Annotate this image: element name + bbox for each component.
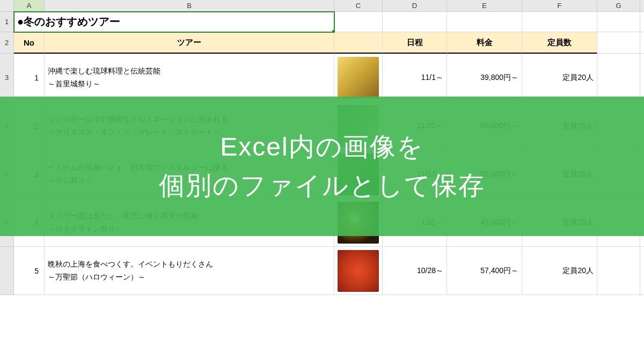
header-capacity[interactable]: 定員数 xyxy=(522,32,597,54)
title-overlay: Excel内の画像を 個別のファイルとして保存 xyxy=(0,97,644,236)
col-header-a[interactable]: A xyxy=(14,0,45,12)
page-title: ●冬のおすすめツアー xyxy=(17,14,120,29)
cell-f1[interactable] xyxy=(522,12,597,32)
cell-g3[interactable] xyxy=(597,54,640,102)
col-header-g[interactable]: G xyxy=(597,0,640,12)
image-thumbnail[interactable] xyxy=(338,57,379,99)
cell-h3[interactable] xyxy=(640,54,644,102)
cell-d1[interactable] xyxy=(383,12,447,32)
select-all-corner[interactable] xyxy=(0,0,14,12)
cell-h7[interactable] xyxy=(640,247,644,295)
cell-h1[interactable] xyxy=(640,12,644,32)
cell-h2[interactable] xyxy=(640,32,644,54)
col-header-d[interactable]: D xyxy=(383,0,447,12)
header-price[interactable]: 料金 xyxy=(447,32,522,54)
header-date[interactable]: 日程 xyxy=(383,32,447,54)
overlay-line-2: 個別のファイルとして保存 xyxy=(159,166,485,205)
tour-price[interactable]: 57,400円～ xyxy=(447,247,522,295)
tour-image[interactable] xyxy=(334,54,383,102)
tour-date[interactable]: 10/28～ xyxy=(383,247,447,295)
cell-c1[interactable] xyxy=(334,12,383,32)
image-thumbnail[interactable] xyxy=(338,250,379,292)
row-header-3[interactable]: 3 xyxy=(0,54,14,102)
col-header-e[interactable]: E xyxy=(447,0,522,12)
overlay-line-1: Excel内の画像を xyxy=(220,128,423,166)
cell-g1[interactable] xyxy=(597,12,640,32)
col-header-c[interactable]: C xyxy=(334,0,383,12)
row-header-7[interactable] xyxy=(0,247,14,295)
col-header-h[interactable]: H xyxy=(640,0,644,12)
cell-a1[interactable]: ●冬のおすすめツアー xyxy=(14,12,334,32)
tour-image[interactable] xyxy=(334,247,383,295)
cell-e1[interactable] xyxy=(447,12,522,32)
tour-date[interactable]: 11/1～ xyxy=(383,54,447,102)
tour-price[interactable]: 39,800円～ xyxy=(447,54,522,102)
header-image[interactable] xyxy=(334,32,383,54)
tour-no[interactable]: 1 xyxy=(14,54,45,102)
header-tour[interactable]: ツアー xyxy=(45,32,334,54)
cell-g7[interactable] xyxy=(597,247,640,295)
header-no[interactable]: No xyxy=(14,32,45,54)
row-header-2[interactable]: 2 xyxy=(0,32,14,54)
tour-capacity[interactable]: 定員20人 xyxy=(522,54,597,102)
row-header-1[interactable]: 1 xyxy=(0,12,14,32)
col-header-f[interactable]: F xyxy=(522,0,597,12)
tour-capacity[interactable]: 定員20人 xyxy=(522,247,597,295)
tour-name[interactable]: 晩秋の上海を食べつくす。イベントもりだくさん～万聖節（ハロウィーン）～ xyxy=(45,247,334,295)
col-header-b[interactable]: B xyxy=(45,0,334,12)
tour-no[interactable]: 5 xyxy=(14,247,45,295)
cell-g2[interactable] xyxy=(597,32,640,54)
tour-name[interactable]: 沖縄で楽しむ琉球料理と伝統芸能～首里城祭り～ xyxy=(45,54,334,102)
